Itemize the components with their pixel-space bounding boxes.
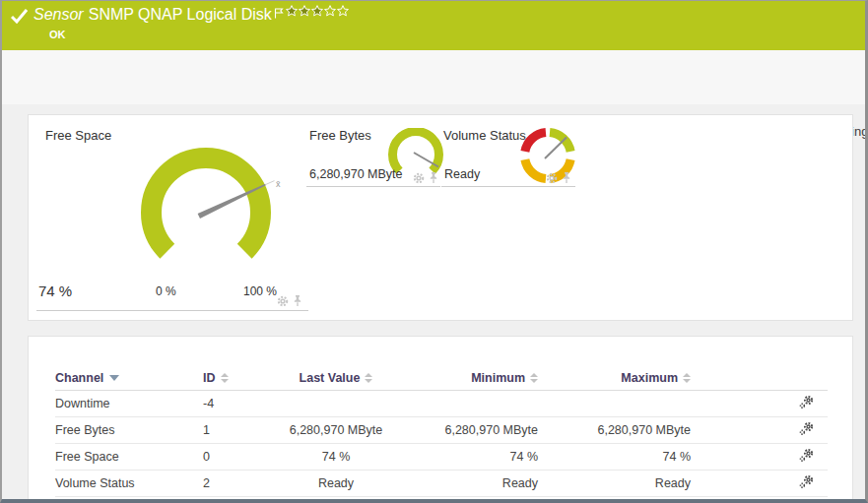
gauge-needle <box>545 138 567 159</box>
table-row: Downtime -4 <box>55 390 828 416</box>
star-filled-icon[interactable] <box>299 5 310 17</box>
sort-icon <box>683 373 691 383</box>
star-filled-icon[interactable] <box>286 5 298 17</box>
free-bytes-value: 6,280,970 MByte <box>309 167 403 181</box>
cell-last-value: 6,280,970 MByte <box>257 416 415 443</box>
flag-icon[interactable] <box>274 5 284 23</box>
column-header-id[interactable]: ID <box>203 366 257 390</box>
cell-maximum: 74 % <box>538 443 691 470</box>
status-ok-check-icon <box>11 9 28 28</box>
pin-icon[interactable] <box>562 171 571 184</box>
star-empty-icon[interactable] <box>337 5 349 17</box>
sort-icon <box>530 373 538 383</box>
pin-icon[interactable] <box>293 294 302 307</box>
sort-icon <box>221 373 229 383</box>
gauges-panel: Free Space x̄ 74 % 0 % 100 % Free Bytes <box>28 114 853 321</box>
channel-settings-gear-icon[interactable] <box>799 421 814 439</box>
star-empty-icon[interactable] <box>324 5 336 17</box>
app-window: SensorSNMP QNAP Logical Disk OK Overview <box>0 0 868 503</box>
cell-minimum: 74 % <box>415 443 538 470</box>
free-space-value: 74 % <box>38 283 72 299</box>
free-space-gauge: x̄ <box>104 136 301 293</box>
sort-icon <box>365 373 372 383</box>
gauge-settings-gear-icon[interactable] <box>546 172 558 184</box>
column-header-last-value[interactable]: Last Value <box>257 366 415 390</box>
table-header-row: Channel ID Last Value Minimum Maximum <box>55 366 828 390</box>
page-title: SNMP QNAP Logical Disk <box>89 6 272 23</box>
table-row: Free Space 0 74 % 74 % 74 % <box>55 443 828 470</box>
status-badge: OK <box>49 29 66 40</box>
gauge-scale-max: 100 % <box>243 284 277 298</box>
pin-icon[interactable] <box>429 171 438 184</box>
cell-maximum: Ready <box>538 470 691 496</box>
star-filled-icon[interactable] <box>311 5 323 17</box>
cell-last-value: 74 % <box>257 443 415 470</box>
cell-minimum: 6,280,970 MByte <box>415 416 538 443</box>
cell-minimum: Ready <box>415 470 538 496</box>
channel-settings-gear-icon[interactable] <box>799 448 814 466</box>
cell-maximum: 6,280,970 MByte <box>538 416 691 443</box>
cell-id: 1 <box>203 416 257 443</box>
sensor-type-label: Sensor <box>33 6 84 23</box>
column-header-channel[interactable]: Channel <box>55 366 203 390</box>
volume-status-value: Ready <box>444 167 480 181</box>
priority-stars[interactable] <box>286 5 349 17</box>
gauge-scale-min: 0 % <box>156 284 176 298</box>
channel-settings-gear-icon[interactable] <box>799 395 814 412</box>
gauge-marker-icon: x̄ <box>276 179 281 189</box>
sensor-header: SensorSNMP QNAP Logical Disk OK <box>2 1 865 50</box>
column-header-maximum[interactable]: Maximum <box>538 366 691 390</box>
channels-panel: Channel ID Last Value Minimum Maximum Do… <box>28 336 853 503</box>
cell-channel: Downtime <box>55 390 203 416</box>
cell-channel: Free Bytes <box>55 416 203 443</box>
cell-channel: Free Space <box>55 443 203 470</box>
gauge-title-free-space: Free Space <box>45 128 111 143</box>
cell-maximum <box>538 390 691 416</box>
table-row: Free Bytes 1 6,280,970 MByte 6,280,970 M… <box>55 416 828 443</box>
cell-id: 2 <box>203 470 257 496</box>
tab-bar: Overview Live Data 2days 30days 365days … <box>2 50 865 104</box>
channels-table: Channel ID Last Value Minimum Maximum Do… <box>55 366 828 497</box>
gauge-title-free-bytes: Free Bytes <box>309 128 371 143</box>
cell-last-value: Ready <box>257 470 415 496</box>
gauge-settings-gear-icon[interactable] <box>413 172 425 184</box>
cell-id: -4 <box>203 390 257 416</box>
table-row: Volume Status 2 Ready Ready Ready <box>55 470 828 496</box>
gauge-title-volume-status: Volume Status <box>443 128 526 143</box>
channel-settings-gear-icon[interactable] <box>799 474 814 492</box>
sort-desc-icon <box>109 375 119 381</box>
cell-channel: Volume Status <box>55 470 203 496</box>
cell-last-value <box>257 390 415 416</box>
cell-id: 0 <box>203 443 257 470</box>
column-header-minimum[interactable]: Minimum <box>415 366 538 390</box>
cell-minimum <box>415 390 538 416</box>
gauge-settings-gear-icon[interactable] <box>277 295 289 307</box>
